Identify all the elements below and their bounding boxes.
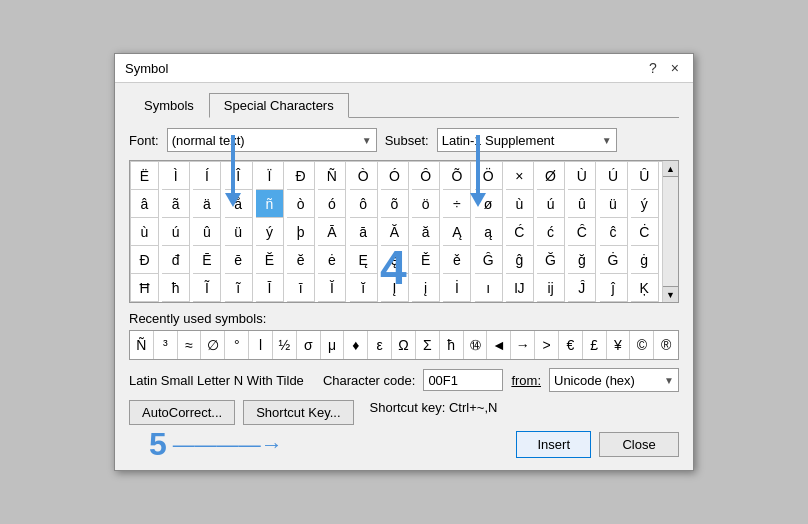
symbol-cell[interactable]: Ö [475, 162, 503, 190]
recent-symbol[interactable]: ◄ [487, 331, 511, 359]
symbol-cell-selected[interactable]: ñ [256, 190, 284, 218]
symbol-cell[interactable]: ù [131, 218, 159, 246]
recent-symbol[interactable]: © [630, 331, 654, 359]
scrollbar[interactable]: ▲ ▼ [662, 161, 678, 302]
symbol-cell[interactable]: Ķ [631, 274, 659, 302]
symbol-cell[interactable]: ĉ [600, 218, 628, 246]
symbol-cell[interactable]: ý [256, 218, 284, 246]
symbol-cell[interactable]: Ĝ [475, 246, 503, 274]
close-button[interactable]: × [667, 60, 683, 76]
symbol-cell[interactable]: đ [162, 246, 190, 274]
symbol-cell[interactable]: þ [287, 218, 315, 246]
symbol-cell[interactable]: ó [318, 190, 346, 218]
symbol-cell[interactable]: ö [412, 190, 440, 218]
symbol-cell[interactable]: ā [350, 218, 378, 246]
shortcut-key-button[interactable]: Shortcut Key... [243, 400, 353, 425]
symbol-cell[interactable]: Ì [162, 162, 190, 190]
recent-symbol[interactable]: σ [297, 331, 321, 359]
symbol-cell[interactable]: ă [412, 218, 440, 246]
recent-symbol[interactable]: ° [225, 331, 249, 359]
insert-button[interactable]: Insert [516, 431, 591, 458]
recent-symbol[interactable]: μ [321, 331, 345, 359]
recent-symbol[interactable]: Ω [392, 331, 416, 359]
symbol-cell[interactable]: Ċ [631, 218, 659, 246]
symbol-cell[interactable]: â [131, 190, 159, 218]
symbol-cell[interactable]: ć [537, 218, 565, 246]
symbol-cell[interactable]: ė [318, 246, 346, 274]
recent-symbol[interactable]: l [249, 331, 273, 359]
recent-symbol[interactable]: Ñ [130, 331, 154, 359]
symbol-cell[interactable]: ú [537, 190, 565, 218]
recent-symbol[interactable]: ∅ [201, 331, 225, 359]
autocorrect-button[interactable]: AutoCorrect... [129, 400, 235, 425]
symbol-cell[interactable]: į [412, 274, 440, 302]
symbol-cell[interactable]: Ø [537, 162, 565, 190]
symbol-cell[interactable]: ĭ [350, 274, 378, 302]
recent-symbol[interactable]: € [559, 331, 583, 359]
symbol-cell[interactable]: Ĕ [256, 246, 284, 274]
scroll-up-btn[interactable]: ▲ [663, 161, 679, 177]
symbol-cell[interactable]: ą [475, 218, 503, 246]
recent-symbol[interactable]: ® [654, 331, 678, 359]
symbol-cell[interactable]: Ĩ [193, 274, 221, 302]
symbol-cell[interactable]: ÷ [443, 190, 471, 218]
symbol-cell[interactable]: å [225, 190, 253, 218]
symbol-cell[interactable]: × [506, 162, 534, 190]
symbol-cell[interactable]: İ [443, 274, 471, 302]
symbol-cell[interactable]: Ą [443, 218, 471, 246]
symbol-cell[interactable]: Ò [350, 162, 378, 190]
recent-symbol[interactable]: ¥ [607, 331, 631, 359]
symbol-cell[interactable]: ı [475, 274, 503, 302]
symbol-cell[interactable]: Ë [131, 162, 159, 190]
symbol-cell[interactable]: Ï [256, 162, 284, 190]
symbol-cell[interactable]: Ĉ [568, 218, 596, 246]
subset-dropdown[interactable]: Latin-1 Supplement ▼ [437, 128, 617, 152]
symbol-cell[interactable]: ø [475, 190, 503, 218]
recent-symbol[interactable]: £ [583, 331, 607, 359]
symbol-cell[interactable]: Ħ [131, 274, 159, 302]
symbol-cell[interactable]: Ô [412, 162, 440, 190]
recent-symbol[interactable]: ≈ [178, 331, 202, 359]
symbol-cell[interactable]: Ð [287, 162, 315, 190]
symbol-cell[interactable]: Ĳ [506, 274, 534, 302]
help-button[interactable]: ? [645, 60, 661, 76]
symbol-cell[interactable]: Ę [350, 246, 378, 274]
recent-symbol[interactable]: → [511, 331, 535, 359]
tab-special-characters[interactable]: Special Characters [209, 93, 349, 118]
symbol-cell[interactable]: ý [631, 190, 659, 218]
symbol-cell[interactable]: Ā [318, 218, 346, 246]
symbol-cell[interactable]: Ĵ [568, 274, 596, 302]
symbol-cell[interactable]: Ñ [318, 162, 346, 190]
symbol-cell[interactable]: ú [162, 218, 190, 246]
symbol-cell[interactable]: ü [600, 190, 628, 218]
symbol-cell[interactable]: Ē [193, 246, 221, 274]
symbol-cell[interactable]: Î [225, 162, 253, 190]
font-dropdown[interactable]: (normal text) ▼ [167, 128, 377, 152]
scroll-down-btn[interactable]: ▼ [663, 286, 679, 302]
symbol-cell[interactable]: ğ [568, 246, 596, 274]
symbol-cell[interactable]: ī [287, 274, 315, 302]
symbol-cell[interactable]: Ĭ [318, 274, 346, 302]
symbol-cell[interactable]: Ě [412, 246, 440, 274]
symbol-cell[interactable]: Ć [506, 218, 534, 246]
symbol-cell[interactable]: ę [381, 246, 409, 274]
symbol-cell[interactable]: Đ [131, 246, 159, 274]
symbol-cell[interactable]: Û [631, 162, 659, 190]
close-action-button[interactable]: Close [599, 432, 679, 457]
symbol-cell[interactable]: ĝ [506, 246, 534, 274]
symbol-cell[interactable]: ġ [631, 246, 659, 274]
symbol-cell[interactable]: ü [225, 218, 253, 246]
recent-symbol[interactable]: ½ [273, 331, 297, 359]
symbol-cell[interactable]: ò [287, 190, 315, 218]
symbol-cell[interactable]: Ă [381, 218, 409, 246]
symbol-cell[interactable]: Ù [568, 162, 596, 190]
symbol-cell[interactable]: ĩ [225, 274, 253, 302]
symbol-cell[interactable]: õ [381, 190, 409, 218]
recent-symbol[interactable]: ħ [440, 331, 464, 359]
recent-symbol[interactable]: Σ [416, 331, 440, 359]
tab-symbols[interactable]: Symbols [129, 93, 209, 118]
symbol-cell[interactable]: Ġ [600, 246, 628, 274]
char-code-input[interactable] [423, 369, 503, 391]
recent-symbol[interactable]: ε [368, 331, 392, 359]
symbol-cell[interactable]: û [193, 218, 221, 246]
